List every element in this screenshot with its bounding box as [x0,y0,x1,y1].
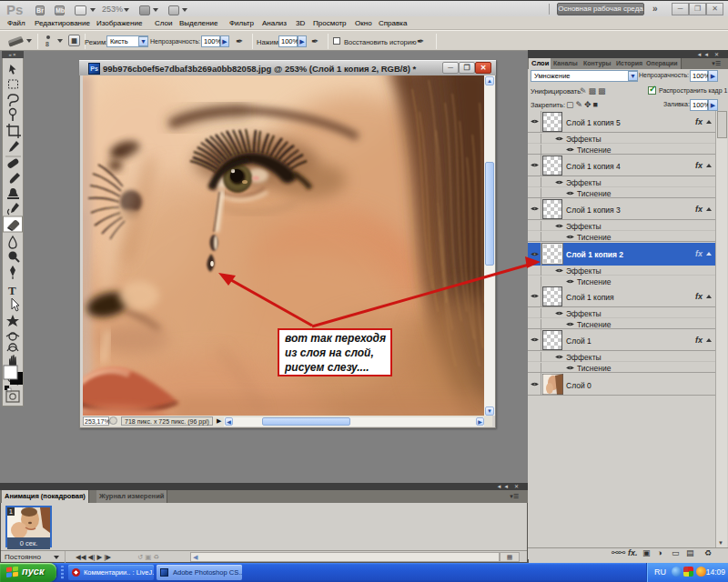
svg-text:T: T [8,284,16,297]
